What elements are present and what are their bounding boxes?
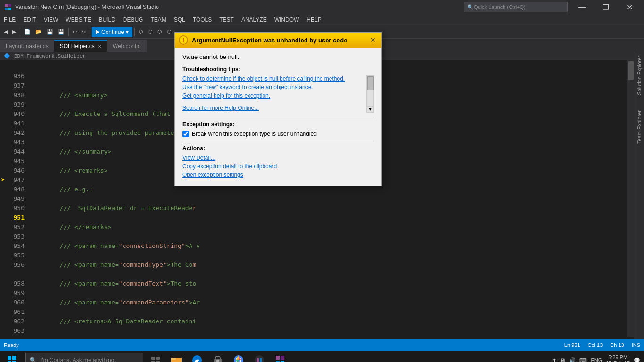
- forward-button[interactable]: ▶: [10, 26, 18, 38]
- menu-view[interactable]: VIEW: [40, 14, 62, 25]
- vs-taskbar[interactable]: [270, 351, 290, 362]
- tab-webconfig[interactable]: Web.config: [107, 40, 147, 52]
- toolbar-separator-2: [68, 28, 69, 36]
- editor-gutter: ➤: [0, 60, 8, 337]
- status-right: Ln 951 Col 13 Ch 13 INS: [564, 342, 640, 348]
- notification-icon[interactable]: 💬: [634, 357, 640, 362]
- continue-button[interactable]: Continue ▾: [92, 27, 132, 37]
- start-button[interactable]: [0, 351, 24, 362]
- warning-icon: !: [179, 35, 188, 45]
- dialog-tip-1[interactable]: Use the "new" keyword to create an objec…: [182, 84, 364, 90]
- sidebar-team-explorer[interactable]: Team Explorer: [635, 107, 644, 148]
- undo-button[interactable]: ↩: [71, 26, 79, 38]
- continue-label: Continue: [101, 29, 124, 35]
- dialog-body: Value cannot be null. Troubleshooting ti…: [175, 48, 381, 186]
- status-left: Ready: [4, 342, 19, 348]
- taskbar-keyboard: ⌨: [579, 357, 587, 362]
- close-button[interactable]: ✕: [619, 0, 640, 14]
- dialog-titlebar-content: ! ArgumentNullException was unhandled by…: [179, 35, 347, 45]
- svg-rect-2: [5, 8, 8, 10]
- dialog-tip-2[interactable]: Get general help for this exception.: [182, 92, 364, 99]
- cortana-placeholder: I'm Cortana. Ask me anything.: [41, 357, 116, 362]
- scrollbar-thumb[interactable]: [628, 61, 634, 80]
- menu-bar: FILE EDIT VIEW WEBSITE BUILD DEBUG TEAM …: [0, 14, 644, 25]
- search-icon: 🔍: [30, 357, 37, 362]
- svg-rect-24: [281, 356, 284, 360]
- title-bar-left: Vanuston New Crm (Debugging) - Microsoft…: [4, 3, 159, 11]
- breakpoint-button[interactable]: ⬡: [137, 26, 145, 38]
- toolbar-separator-3: [90, 28, 90, 36]
- status-ready: Ready: [4, 342, 19, 348]
- break-on-exception-checkbox[interactable]: [182, 131, 189, 137]
- tab-sqlhelper-close[interactable]: ✕: [98, 44, 101, 49]
- step-out-button[interactable]: ⬡: [165, 26, 173, 38]
- back-button[interactable]: ◀: [2, 26, 9, 38]
- tab-layout[interactable]: Layout.master.cs: [0, 40, 54, 52]
- menu-window[interactable]: WINDOW: [271, 14, 303, 25]
- svg-rect-5: [12, 356, 16, 360]
- menu-analyze[interactable]: ANALYZE: [238, 14, 271, 25]
- scrollbar-down-arrow[interactable]: ▼: [367, 106, 373, 113]
- sidebar-solution-explorer[interactable]: Solution Explorer: [635, 52, 644, 99]
- exception-settings-title: Exception settings:: [182, 121, 374, 128]
- open-button[interactable]: 📂: [33, 26, 44, 38]
- taskbar-chevron[interactable]: ⬆: [553, 358, 556, 362]
- svg-rect-13: [171, 358, 176, 360]
- dialog-divider-1: [182, 117, 374, 117]
- toolbar-separator-4: [134, 28, 135, 36]
- new-file-button[interactable]: 📄: [22, 26, 33, 38]
- menu-test[interactable]: TEST: [215, 14, 238, 25]
- taskbar-volume[interactable]: 🔊: [569, 357, 576, 362]
- line-numbers: 936 937 938 939 940 941 942 943 944 945 …: [8, 60, 26, 337]
- status-bar: Ready Ln 951 Col 13 Ch 13 INS: [0, 339, 644, 351]
- file-explorer-icon: [171, 356, 182, 362]
- menu-team[interactable]: TEAM: [147, 14, 170, 25]
- tips-scrollbar[interactable]: ▼: [366, 75, 374, 113]
- view-detail-link[interactable]: View Detail...: [182, 155, 374, 161]
- taskbar-right: ⬆ 🖥 🔊 ⌨ ENG 5:29 PM 17-Feb-17 💬: [549, 354, 644, 362]
- continue-dropdown-icon[interactable]: ▾: [126, 29, 129, 35]
- dialog-close-button[interactable]: ✕: [368, 35, 378, 45]
- menu-tools[interactable]: TOOLS: [189, 14, 215, 25]
- redo-button[interactable]: ↪: [80, 26, 88, 38]
- title-bar: Vanuston New Crm (Debugging) - Microsoft…: [0, 0, 644, 14]
- maximize-button[interactable]: ❐: [595, 0, 617, 14]
- exception-dialog[interactable]: ! ArgumentNullException was unhandled by…: [174, 32, 382, 186]
- taskbar-language: ENG: [591, 357, 602, 362]
- tips-scrollbar-thumb[interactable]: [367, 76, 374, 90]
- save-all-button[interactable]: 💾: [56, 26, 66, 38]
- open-settings-link[interactable]: Open exception settings: [182, 172, 374, 178]
- save-button[interactable]: 💾: [45, 26, 55, 38]
- menu-debug[interactable]: DEBUG: [119, 14, 147, 25]
- devtools-taskbar[interactable]: [249, 351, 270, 362]
- svg-rect-1: [8, 4, 11, 7]
- step-button[interactable]: ⬡: [146, 26, 155, 38]
- file-explorer-taskbar[interactable]: [166, 351, 187, 362]
- cortana-search-bar[interactable]: 🔍 I'm Cortana. Ask me anything.: [25, 353, 143, 362]
- editor-vertical-scrollbar[interactable]: [627, 60, 634, 337]
- time-display: 5:29 PM: [606, 354, 630, 360]
- menu-edit[interactable]: EDIT: [19, 14, 40, 25]
- taskbar-network: 🖥: [560, 357, 565, 362]
- menu-help[interactable]: HELP: [303, 14, 325, 25]
- clock[interactable]: 5:29 PM 17-Feb-17: [606, 354, 630, 362]
- quick-launch-bar[interactable]: 🔍 Quick Launch (Ctrl+Q): [464, 2, 568, 12]
- search-help-link[interactable]: Search for more Help Online...: [182, 105, 374, 111]
- menu-website[interactable]: WEBSITE: [62, 14, 95, 25]
- step-into-button[interactable]: ⬡: [156, 26, 164, 38]
- dialog-tips-container: Check to determine if the object is null…: [182, 75, 374, 99]
- store-icon: [213, 355, 223, 362]
- dialog-troubleshooting-title: Troubleshooting tips:: [182, 66, 374, 73]
- continue-play-icon: [96, 30, 99, 34]
- tab-sqlhelper[interactable]: SQLHelper.cs ✕: [54, 40, 107, 52]
- edge-taskbar[interactable]: [187, 351, 207, 362]
- dialog-tip-0[interactable]: Check to determine if the object is null…: [182, 75, 364, 82]
- chrome-taskbar[interactable]: [228, 351, 249, 362]
- store-taskbar[interactable]: [207, 351, 228, 362]
- task-view-button[interactable]: [145, 351, 166, 362]
- menu-build[interactable]: BUILD: [95, 14, 119, 25]
- menu-file[interactable]: FILE: [0, 14, 19, 25]
- minimize-button[interactable]: —: [571, 0, 593, 14]
- menu-sql[interactable]: SQL: [170, 14, 189, 25]
- copy-exception-link[interactable]: Copy exception detail to the clipboard: [182, 163, 374, 170]
